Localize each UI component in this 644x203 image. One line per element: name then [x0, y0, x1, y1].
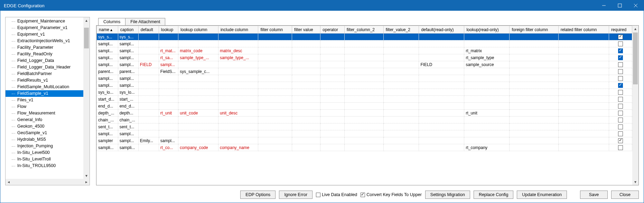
scroll-right-icon[interactable]: ▸	[83, 179, 90, 185]
cell-related_filter[interactable]	[558, 103, 609, 110]
data-grid[interactable]: name ▴captiondefaultlookuplookup columni…	[96, 26, 632, 185]
cell-name[interactable]: sys_s...	[97, 34, 118, 40]
cell-filter_column_2[interactable]	[344, 89, 383, 96]
cell-caption[interactable]: sampl...	[118, 47, 138, 54]
table-row[interactable]: sys_lo...sys_lo...	[97, 89, 632, 96]
cell-filter_column[interactable]	[258, 82, 292, 89]
cell-name[interactable]: end_d...	[97, 103, 118, 110]
cell-filter_value_2[interactable]	[383, 96, 419, 103]
scroll-down-icon[interactable]: ▾	[83, 173, 90, 179]
cell-filter_column_2[interactable]	[344, 123, 383, 130]
cell-lookup_ro[interactable]	[464, 96, 510, 103]
cell-operator[interactable]	[320, 144, 344, 151]
cell-default_ro[interactable]	[419, 117, 464, 123]
table-row[interactable]: samplersampl...Emily...sampl...	[97, 137, 632, 144]
cell-default_ro[interactable]	[419, 123, 464, 130]
cell-related_filter[interactable]	[558, 75, 609, 82]
cell-filter_value[interactable]	[292, 103, 320, 110]
cell-default_ro[interactable]	[419, 89, 464, 96]
cell-name[interactable]: sampl...	[97, 54, 118, 61]
settings-migration-button[interactable]: Settings Migration	[425, 191, 470, 199]
cell-name[interactable]: sampl...	[97, 40, 118, 47]
maximize-button[interactable]	[612, 0, 628, 11]
table-row[interactable]: sys_s...sys_s...	[97, 34, 632, 40]
tree-item[interactable]: FieldBatchPartner	[6, 71, 90, 77]
cell-default[interactable]	[138, 75, 159, 82]
cell-filter_column_2[interactable]	[344, 130, 383, 137]
cell-filter_column[interactable]	[258, 110, 292, 117]
tree-item[interactable]: Field_Logger_Data_Header	[6, 64, 90, 71]
tree-item[interactable]: FieldSample_v1	[6, 90, 90, 97]
cell-filter_column_2[interactable]	[344, 103, 383, 110]
cell-filter_value_2[interactable]	[383, 47, 419, 54]
tree-item[interactable]: General_Info	[6, 117, 90, 123]
column-header[interactable]: default	[138, 26, 159, 34]
cell-lookup_ro[interactable]	[464, 103, 510, 110]
cell-required[interactable]	[609, 96, 632, 103]
cell-default[interactable]	[138, 68, 159, 75]
cell-filter_value[interactable]	[292, 75, 320, 82]
tree-item[interactable]: In-Situ_TROLL9500	[6, 163, 90, 169]
cell-foreign_filter[interactable]	[510, 47, 558, 54]
table-row[interactable]: sent_t...sent_t...	[97, 123, 632, 130]
cell-filter_value[interactable]	[292, 144, 320, 151]
tree-item[interactable]: Flow_Measurement	[6, 110, 90, 117]
cell-lookup_ro[interactable]: sample_source	[464, 61, 510, 68]
cell-default[interactable]	[138, 89, 159, 96]
cell-caption[interactable]: depth...	[118, 110, 138, 117]
cell-lookup[interactable]	[159, 130, 178, 137]
cell-caption[interactable]: start_...	[118, 96, 138, 103]
cell-lookup_ro[interactable]	[464, 89, 510, 96]
required-checkbox[interactable]	[618, 83, 623, 88]
table-row[interactable]: sampl...sampl...	[97, 75, 632, 82]
cell-lookup_ro[interactable]	[464, 68, 510, 75]
cell-required[interactable]	[609, 34, 632, 40]
cell-related_filter[interactable]	[558, 47, 609, 54]
cell-lookup_ro[interactable]	[464, 123, 510, 130]
cell-filter_column_2[interactable]	[344, 47, 383, 54]
cell-default_ro[interactable]	[419, 130, 464, 137]
table-row[interactable]: parent...parent...FieldS...sys_sample_c.…	[97, 68, 632, 75]
column-header[interactable]: filter_value_2	[383, 26, 419, 34]
minimize-button[interactable]	[596, 0, 612, 11]
table-row[interactable]: sampli...sampli...rt_co...company_codeco…	[97, 144, 632, 151]
tree-horizontal-scrollbar[interactable]: ◂ ▸	[6, 179, 90, 185]
cell-foreign_filter[interactable]	[510, 89, 558, 96]
cell-operator[interactable]	[320, 82, 344, 89]
cell-default_ro[interactable]	[419, 144, 464, 151]
cell-foreign_filter[interactable]	[510, 144, 558, 151]
cell-filter_column_2[interactable]	[344, 34, 383, 40]
cell-lookup_column[interactable]	[178, 137, 218, 144]
cell-caption[interactable]: end_d...	[118, 103, 138, 110]
cell-operator[interactable]	[320, 96, 344, 103]
table-row[interactable]: sampl...sampl...	[97, 130, 632, 137]
cell-lookup[interactable]: rt_unit	[159, 110, 178, 117]
cell-lookup[interactable]: sampl...	[159, 61, 178, 68]
cell-operator[interactable]	[320, 123, 344, 130]
cell-operator[interactable]	[320, 47, 344, 54]
cell-required[interactable]	[609, 68, 632, 75]
cell-related_filter[interactable]	[558, 82, 609, 89]
cell-required[interactable]	[609, 40, 632, 47]
cell-operator[interactable]	[320, 130, 344, 137]
cell-filter_column_2[interactable]	[344, 68, 383, 75]
cell-related_filter[interactable]	[558, 61, 609, 68]
scroll-left-icon[interactable]: ◂	[6, 179, 12, 185]
cell-filter_column[interactable]	[258, 89, 292, 96]
cell-default[interactable]	[138, 96, 159, 103]
column-header[interactable]: filter_column_2	[344, 26, 383, 34]
cell-filter_value[interactable]	[292, 96, 320, 103]
cell-name[interactable]: sampl...	[97, 82, 118, 89]
cell-filter_value[interactable]	[292, 61, 320, 68]
cell-name[interactable]: sampl...	[97, 130, 118, 137]
cell-filter_value[interactable]	[292, 130, 320, 137]
cell-related_filter[interactable]	[558, 130, 609, 137]
cell-caption[interactable]: sys_s...	[118, 34, 138, 40]
tree-item[interactable]: In-Situ_Level500	[6, 149, 90, 156]
cell-lookup_column[interactable]: sys_sample_c...	[178, 68, 218, 75]
required-checkbox[interactable]	[618, 69, 623, 74]
cell-lookup[interactable]	[159, 117, 178, 123]
cell-default_ro[interactable]	[419, 96, 464, 103]
cell-lookup[interactable]	[159, 34, 178, 40]
cell-lookup_ro[interactable]: rt_sample_type	[464, 54, 510, 61]
